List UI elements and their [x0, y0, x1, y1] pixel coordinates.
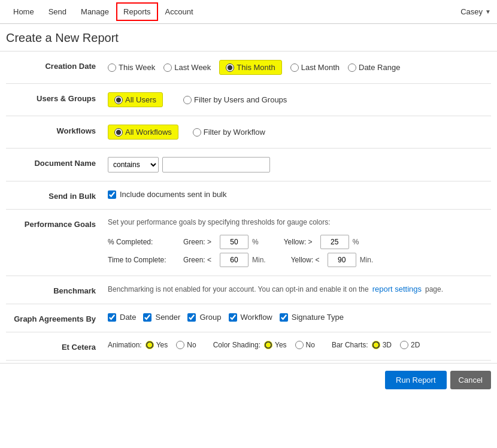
perf-yellow-time-prefix: Yellow: < — [291, 256, 324, 264]
perf-yellow-completed-input[interactable] — [320, 235, 349, 249]
et-bar-charts-2d-radio[interactable] — [400, 341, 408, 349]
users-groups-all-users-radio[interactable] — [114, 96, 123, 104]
benchmark-report-settings-link[interactable]: report settings — [372, 284, 422, 293]
et-animation-no-label: No — [187, 341, 196, 349]
et-bar-charts-2d[interactable]: 2D — [400, 341, 420, 349]
perf-yellow-completed-unit: % — [353, 238, 359, 246]
creation-date-last-week[interactable]: Last Week — [163, 63, 211, 72]
creation-date-last-week-label: Last Week — [174, 63, 211, 72]
nav-item-account[interactable]: Account — [158, 2, 201, 21]
send-in-bulk-checkbox[interactable] — [108, 190, 116, 199]
nav-menu: Home Send Manage Reports Account — [6, 2, 460, 21]
graph-signature-type-label: Signature Type — [292, 313, 344, 322]
perf-green-time-input[interactable] — [220, 253, 249, 267]
graph-group-option[interactable]: Group — [187, 313, 221, 322]
users-groups-row: Users & Groups All Users Filter by Users… — [6, 84, 491, 116]
creation-date-label: Creation Date — [6, 60, 108, 71]
perf-yellow-time-input[interactable] — [328, 253, 356, 267]
creation-date-last-week-radio[interactable] — [163, 63, 172, 72]
et-animation-no-radio[interactable] — [176, 341, 184, 349]
benchmark-content: Benchmarking is not enabled for your acc… — [108, 284, 491, 293]
et-color-shading-no[interactable]: No — [295, 341, 315, 349]
et-bar-charts-group: Bar Charts: 3D 2D — [332, 341, 425, 349]
creation-date-this-week-label: This Week — [119, 63, 155, 72]
creation-date-this-month[interactable]: This Month — [219, 60, 281, 75]
cancel-button[interactable]: Cancel — [450, 371, 491, 389]
et-color-shading-label: Color Shading: — [213, 341, 260, 349]
bottom-bar: Run Report Cancel — [0, 363, 497, 396]
document-name-select[interactable]: contains starts with ends with equals — [108, 157, 159, 172]
workflows-filter-radio[interactable] — [193, 128, 201, 137]
et-animation-yes-radio[interactable] — [146, 341, 154, 349]
et-bar-charts-3d-label: 3D — [383, 341, 392, 349]
et-animation-yes-label: Yes — [156, 341, 168, 349]
nav-item-home[interactable]: Home — [6, 2, 41, 21]
benchmark-text-before: Benchmarking is not enabled for your acc… — [108, 285, 369, 293]
nav-item-send[interactable]: Send — [41, 2, 74, 21]
graph-signature-type-checkbox[interactable] — [280, 313, 288, 322]
creation-date-this-week-radio[interactable] — [108, 63, 116, 72]
workflows-filter-label: Filter by Workflow — [204, 128, 265, 137]
graph-date-checkbox[interactable] — [108, 313, 116, 322]
graph-agreements-options: Date Sender Group Workflow Signature Typ… — [108, 313, 491, 322]
workflows-all-label: All Workflows — [125, 128, 172, 137]
et-animation-no[interactable]: No — [176, 341, 196, 349]
et-cetera-content: Animation: Yes No Color Shading: Yes — [108, 341, 491, 349]
et-bar-charts-3d-radio[interactable] — [372, 341, 380, 349]
users-groups-all-users[interactable]: All Users — [108, 92, 163, 107]
et-animation-group: Animation: Yes No — [108, 341, 201, 349]
perf-green-time-unit: Min. — [252, 256, 266, 264]
graph-sender-checkbox[interactable] — [143, 313, 151, 322]
document-name-input[interactable] — [162, 157, 270, 172]
graph-workflow-option[interactable]: Workflow — [229, 313, 272, 322]
et-cetera-row: Et Cetera Animation: Yes No Color Shadin… — [6, 332, 491, 361]
creation-date-date-range-label: Date Range — [359, 63, 400, 72]
graph-group-checkbox[interactable] — [187, 313, 196, 322]
perf-green-completed-input[interactable] — [220, 235, 249, 249]
workflows-label: Workflows — [6, 125, 108, 135]
graph-date-option[interactable]: Date — [108, 313, 136, 322]
run-report-button[interactable]: Run Report — [385, 371, 446, 389]
creation-date-date-range-radio[interactable] — [348, 63, 356, 72]
creation-date-options: This Week Last Week This Month Last Mont… — [108, 60, 491, 75]
et-color-shading-no-radio[interactable] — [295, 341, 304, 349]
graph-signature-type-option[interactable]: Signature Type — [280, 313, 344, 322]
graph-sender-option[interactable]: Sender — [143, 313, 180, 322]
graph-workflow-label: Workflow — [241, 313, 272, 322]
graph-agreements-row: Graph Agreements By Date Sender Group Wo… — [6, 304, 491, 332]
creation-date-date-range[interactable]: Date Range — [348, 63, 400, 72]
et-cetera-label: Et Cetera — [6, 341, 108, 352]
nav-item-reports[interactable]: Reports — [116, 2, 158, 21]
creation-date-last-month[interactable]: Last Month — [290, 63, 340, 72]
workflows-filter[interactable]: Filter by Workflow — [193, 128, 265, 137]
user-menu[interactable]: Casey ▼ — [460, 7, 491, 16]
workflows-row: Workflows All Workflows Filter by Workfl… — [6, 116, 491, 149]
workflows-all[interactable]: All Workflows — [108, 125, 178, 140]
et-bar-charts-2d-label: 2D — [411, 341, 420, 349]
et-bar-charts-3d[interactable]: 3D — [372, 341, 392, 349]
et-color-shading-group: Color Shading: Yes No — [213, 341, 320, 349]
send-in-bulk-label: Send in Bulk — [6, 190, 108, 201]
graph-workflow-checkbox[interactable] — [229, 313, 237, 322]
creation-date-this-month-radio[interactable] — [226, 63, 234, 72]
et-animation-yes[interactable]: Yes — [146, 341, 168, 349]
et-color-shading-yes-radio[interactable] — [264, 341, 272, 349]
users-groups-filter-label: Filter by Users and Groups — [194, 95, 287, 104]
users-groups-filter[interactable]: Filter by Users and Groups — [183, 95, 287, 104]
graph-sender-label: Sender — [155, 313, 180, 322]
creation-date-last-month-label: Last Month — [301, 63, 340, 72]
perf-yellow-time-unit: Min. — [360, 256, 374, 264]
nav-item-manage[interactable]: Manage — [74, 2, 116, 21]
creation-date-this-week[interactable]: This Week — [108, 63, 155, 72]
perf-green-completed-unit: % — [252, 238, 259, 246]
perf-time-label: Time to Complete: — [108, 256, 180, 264]
perf-time-row: Time to Complete: Green: < Min. Yellow: … — [108, 253, 491, 267]
workflows-all-radio[interactable] — [114, 128, 123, 137]
creation-date-this-month-label: This Month — [237, 63, 275, 72]
creation-date-last-month-radio[interactable] — [290, 63, 299, 72]
report-form: Creation Date This Week Last Week This M… — [0, 52, 497, 361]
et-color-shading-yes[interactable]: Yes — [264, 341, 287, 349]
et-color-shading-no-label: No — [306, 341, 315, 349]
users-groups-filter-radio[interactable] — [183, 96, 192, 104]
send-in-bulk-checkbox-label[interactable]: Include documents sent in bulk — [108, 190, 227, 199]
